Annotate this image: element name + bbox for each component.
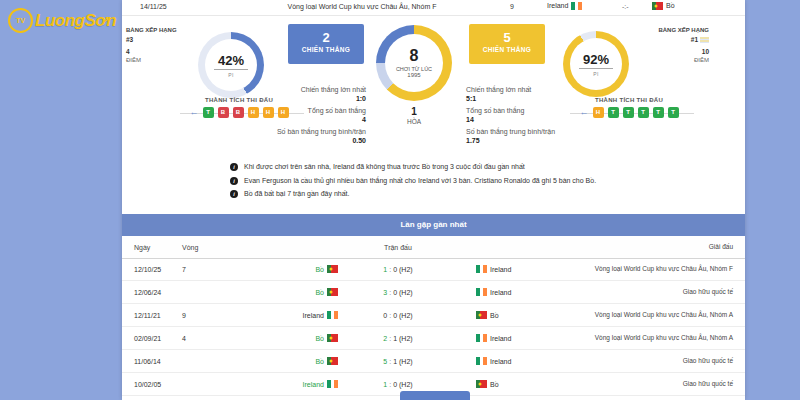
draws-value: 1 — [376, 106, 452, 117]
history-rows: 12/10/25 7 Bồ 1:0 (H2) Ireland Vòng loại… — [122, 258, 745, 396]
row-score: 5:1 (H2) — [338, 358, 458, 365]
note-text: Khi được chơi trên sân nhà, Ireland đã k… — [244, 163, 525, 172]
header-home-team: Ireland — [547, 2, 582, 10]
content-card: 14/11/25 Vòng loại World Cup khu vực Châ… — [122, 0, 745, 400]
score-separator: : — [389, 335, 391, 342]
row-score: 1:0 (H2) — [338, 266, 458, 273]
site-logo[interactable]: TV LuongSơn — [8, 8, 116, 33]
col-match: Trận đấu — [338, 244, 458, 251]
history-table-header: Ngày Vòng Trận đấu Giải đấu — [122, 236, 745, 259]
row-score: 1:0 (H2) — [338, 381, 458, 388]
away-gauge-value: 92% — [579, 52, 613, 69]
home-team-name: Bồ — [315, 289, 324, 296]
away-team-flag-icon — [476, 288, 487, 296]
row-competition: Vòng loại World Cup khu vực Châu Âu, Nhó… — [568, 334, 745, 342]
away-gauge-sub: PI — [593, 71, 599, 77]
ireland-flag-icon — [571, 2, 582, 10]
away-points: 10 — [645, 47, 709, 56]
away-rank: #1 — [645, 35, 709, 44]
score-separator: : — [389, 312, 391, 319]
home-wins-label: CHIẾN THẮNG — [288, 46, 364, 53]
row-round: 4 — [182, 335, 240, 342]
form-badge: H — [248, 107, 259, 118]
away-team-name: Bồ — [490, 312, 499, 319]
points-label: ĐIỂM — [126, 56, 188, 65]
row-competition: Vòng loại World Cup khu vực Châu Âu, Nhó… — [568, 265, 745, 273]
stat-label: Số bàn thắng trung bình/trận — [466, 127, 574, 136]
away-team-name: Ireland — [490, 266, 511, 273]
history-row[interactable]: 12/06/24 Bồ 3:0 (H2) Ireland Giao hữu qu… — [122, 281, 745, 304]
away-team-name: Bồ — [490, 381, 499, 388]
row-competition: Giao hữu quốc tế — [568, 288, 745, 296]
info-icon: i — [230, 190, 238, 198]
row-home-team: Bồ — [240, 334, 338, 342]
row-away-team: Bồ — [458, 311, 568, 319]
rank-flag-icon — [700, 37, 709, 43]
info-icon: i — [230, 177, 238, 185]
row-competition: Giao hữu quốc tế — [568, 357, 745, 365]
row-away-team: Ireland — [458, 265, 568, 273]
away-wins-label: CHIẾN THẮNG — [469, 46, 545, 53]
home-rank: #3 — [126, 35, 188, 44]
col-date: Ngày — [122, 244, 182, 251]
history-row[interactable]: 12/10/25 7 Bồ 1:0 (H2) Ireland Vòng loại… — [122, 258, 745, 281]
history-row[interactable]: 12/11/21 9 Ireland 0:0 (H2) Bồ Vòng loại… — [122, 304, 745, 327]
home-win-gauge: 42% PI — [198, 32, 264, 98]
away-form-badges: ← HTTTTT — [554, 107, 704, 118]
row-round: 9 — [182, 312, 240, 319]
stat-label: Số bàn thắng trung bình/trận — [262, 127, 366, 136]
score-home: 2 — [383, 335, 387, 342]
score-home: 1 — [383, 381, 387, 388]
insight-note: i Bồ đã bất bại 7 trận gần đây nhất. — [230, 190, 725, 199]
home-team-name: Ireland — [303, 312, 324, 319]
form-badge: H — [278, 107, 289, 118]
form-badge: T — [668, 107, 679, 118]
away-team-name: Ireland — [490, 335, 511, 342]
row-home-team: Bồ — [240, 357, 338, 365]
donut-center: 8 CHƠI TỪ LÚC 1995 — [385, 34, 443, 92]
logo-text: LuongSơn — [35, 11, 116, 31]
away-wins-value: 5 — [469, 30, 545, 45]
score-rest: 0 (H2) — [393, 266, 412, 273]
insight-note: i Evan Ferguson là cầu thủ ghi nhiều bàn… — [230, 177, 725, 186]
ranking-label: BẢNG XẾP HẠNG — [645, 26, 709, 35]
row-competition: Vòng loại World Cup khu vực Châu Âu, Nhó… — [568, 311, 745, 319]
row-home-team: Ireland — [240, 380, 338, 388]
row-date: 12/10/25 — [122, 266, 182, 273]
form-direction-arrow-icon: ← — [190, 107, 199, 118]
show-more-button[interactable] — [400, 391, 470, 400]
note-text: Evan Ferguson là cầu thủ ghi nhiều bàn t… — [244, 177, 596, 186]
away-win-gauge: 92% PI — [563, 31, 629, 97]
info-icon: i — [230, 163, 238, 171]
match-round: 9 — [510, 3, 514, 10]
row-date: 02/09/21 — [122, 335, 182, 342]
history-table-title: Lần gặp gần nhất — [122, 214, 745, 236]
home-team-flag-icon — [327, 334, 338, 342]
away-team-flag-icon — [476, 357, 487, 365]
history-row[interactable]: 11/06/14 Bồ 5:1 (H2) Ireland Giao hữu qu… — [122, 350, 745, 373]
row-home-team: Bồ — [240, 288, 338, 296]
stat-value: 1.75 — [466, 136, 574, 145]
draws-label: HÒA — [376, 118, 452, 125]
form-badge: B — [233, 107, 244, 118]
away-form: THÀNH TÍCH THI ĐẤU ← HTTTTT — [554, 97, 704, 118]
stat-label: Chiến thắng lớn nhất — [466, 85, 574, 94]
home-gauge-value: 42% — [214, 53, 248, 70]
away-team-name: Ireland — [490, 289, 511, 296]
home-points: 4 — [126, 47, 188, 56]
home-wins-value: 2 — [288, 30, 364, 45]
home-team-name: Ireland — [303, 381, 324, 388]
total-matches: 8 — [410, 48, 419, 64]
form-badge: T — [653, 107, 664, 118]
home-team-flag-icon — [327, 357, 338, 365]
score-home: 0 — [383, 312, 387, 319]
head-to-head-donut: 8 CHƠI TỪ LÚC 1995 — [376, 25, 452, 101]
form-badge: T — [638, 107, 649, 118]
draws-block: 1 HÒA — [376, 106, 452, 125]
history-row[interactable]: 02/09/21 4 Bồ 2:1 (H2) Ireland Vòng loại… — [122, 327, 745, 350]
form-badge: T — [203, 107, 214, 118]
home-team-name: Bồ — [315, 266, 324, 273]
score-separator: : — [389, 358, 391, 365]
form-badge: T — [623, 107, 634, 118]
score-rest: 1 (H2) — [393, 358, 412, 365]
